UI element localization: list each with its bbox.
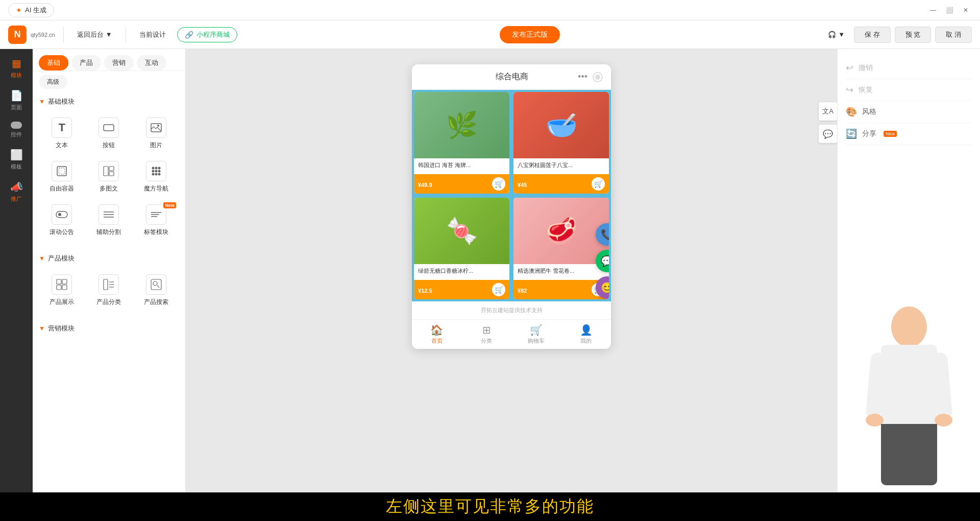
- phone-float-button[interactable]: 📞: [596, 223, 609, 246]
- svg-point-10: [158, 167, 160, 170]
- translate-icon: 文A: [822, 107, 834, 116]
- module-free-container[interactable]: 自由容器: [39, 156, 85, 198]
- tab-interaction[interactable]: 互动: [137, 55, 166, 70]
- minimize-button[interactable]: —: [927, 4, 939, 16]
- module-product-category[interactable]: 产品分类: [86, 269, 132, 312]
- phone-footer-text: 乔拓云建站提供技术支持: [412, 301, 611, 319]
- save-button[interactable]: 保 存: [854, 27, 891, 43]
- person-illustration: [853, 306, 965, 490]
- free-container-label: 自由容器: [50, 184, 74, 193]
- product-card-3[interactable]: 🍬 绿箭无糖口香糖冰柠... ¥12.5 🛒: [414, 198, 509, 299]
- wechat-float-button[interactable]: 💬: [596, 250, 609, 272]
- svg-rect-27: [57, 285, 61, 290]
- preview-button[interactable]: 预 览: [895, 27, 932, 43]
- module-image[interactable]: 图片: [133, 112, 179, 155]
- style-action[interactable]: 🎨 风格: [846, 101, 972, 123]
- publish-button[interactable]: 发布正式版: [500, 26, 560, 43]
- cart-button-2[interactable]: 🛒: [592, 177, 605, 191]
- svg-point-13: [158, 170, 160, 173]
- module-scroll-notice[interactable]: 滚动公告: [39, 199, 85, 242]
- share-action[interactable]: 🔄 分享 New: [846, 123, 972, 145]
- cart-button-3[interactable]: 🛒: [492, 283, 505, 296]
- product-card-2[interactable]: 🥣 八宝粥桂圆莲子八宝... ¥45 🛒: [513, 92, 609, 194]
- headset-button[interactable]: 🎧 ▼: [823, 28, 850, 41]
- undo-action[interactable]: ↩ 撤销: [846, 57, 972, 79]
- multi-text-label: 多图文: [100, 184, 118, 193]
- sidebar-widget-label: 控件: [11, 131, 22, 138]
- person-area: [838, 296, 980, 490]
- toolbar-divider: [63, 27, 64, 42]
- cancel-button[interactable]: 取 消: [935, 27, 972, 43]
- svg-rect-6: [109, 167, 114, 171]
- sidebar-item-module[interactable]: ▦ 模块: [2, 53, 31, 83]
- section-marketing-header[interactable]: ▼ 营销模块: [33, 318, 185, 337]
- product-card-4[interactable]: 🥩 精选澳洲肥牛 雪花卷... ¥82 🛒 📞 💬 😊: [513, 198, 609, 299]
- tab-product[interactable]: 产品: [71, 55, 101, 70]
- sidebar-item-widget[interactable]: 控件: [2, 117, 31, 143]
- module-text[interactable]: T 文本: [39, 112, 85, 155]
- back-button[interactable]: 返回后台 ▼: [72, 27, 117, 42]
- record-icon[interactable]: [593, 72, 603, 82]
- nav-cart[interactable]: 🛒 购物车: [511, 320, 561, 349]
- section-basic-label: 基础模块: [48, 97, 75, 106]
- close-button[interactable]: ✕: [960, 4, 972, 16]
- product-bottom-1: ¥49.9 🛒: [414, 174, 509, 194]
- headset-icon: 🎧: [828, 31, 836, 38]
- product-name-2: 八宝粥桂圆莲子八宝...: [518, 161, 605, 169]
- divider-icon: [99, 204, 119, 225]
- sidebar-item-promote[interactable]: 📣 推广: [2, 177, 31, 207]
- nav-home[interactable]: 🏠 首页: [412, 320, 462, 349]
- module-button[interactable]: 按钮: [86, 112, 132, 155]
- product-bottom-2: ¥45 🛒: [513, 174, 609, 194]
- product-category-label: 产品分类: [96, 298, 121, 306]
- nav-category[interactable]: ⊞ 分类: [462, 320, 512, 349]
- product-info-2: 八宝粥桂圆莲子八宝...: [513, 158, 609, 174]
- logo-area: N qty592.cn: [8, 26, 55, 44]
- tab-basic[interactable]: 基础: [39, 55, 68, 70]
- module-tag[interactable]: New 标签模块: [133, 199, 179, 242]
- title-bar-left: ✦ AI 生成: [8, 3, 54, 17]
- nav-mine[interactable]: 👤 我的: [561, 320, 611, 349]
- section-product-label: 产品模块: [48, 254, 75, 263]
- module-multi-text[interactable]: 多图文: [86, 156, 132, 198]
- section-basic-header[interactable]: ▼ 基础模块: [33, 91, 185, 110]
- svg-rect-0: [104, 125, 114, 131]
- translate-button[interactable]: 文A: [819, 102, 837, 121]
- module-product-show[interactable]: 产品展示: [39, 269, 85, 312]
- product-card-1[interactable]: 🌿 韩国进口 海苔 海牌... ¥49.9 🛒: [414, 92, 509, 194]
- undo-label: 撤销: [859, 63, 873, 73]
- svg-point-16: [158, 173, 160, 176]
- tab-advanced[interactable]: 高级: [39, 75, 67, 89]
- svg-rect-33: [151, 279, 161, 290]
- miniapp-button[interactable]: 🔗 小程序商城: [177, 27, 237, 42]
- tab-marketing[interactable]: 营销: [104, 55, 134, 70]
- product-info-1: 韩国进口 海苔 海牌...: [414, 158, 509, 174]
- canvas-area: 综合电商 ••• 🌿 韩国进口 海苔 海牌... ¥49.9 🛒: [186, 49, 837, 492]
- module-product-search[interactable]: 产品搜索: [133, 269, 179, 312]
- category-icon: ⊞: [482, 324, 491, 336]
- style-label: 风格: [862, 107, 876, 116]
- module-icon: ▦: [12, 57, 21, 69]
- restore-button[interactable]: ⬜: [943, 4, 955, 16]
- svg-point-11: [152, 170, 154, 173]
- chat-button[interactable]: 💬: [819, 125, 837, 143]
- sidebar-item-template[interactable]: ⬜ 模板: [2, 145, 31, 175]
- svg-point-2: [157, 125, 159, 127]
- undo-icon: ↩: [846, 62, 853, 74]
- chevron-down-icon: ▼: [106, 31, 112, 38]
- chevron-down-icon-2: ▼: [838, 31, 845, 38]
- button-icon: [99, 117, 119, 138]
- emoji-float-button[interactable]: 😊: [596, 276, 609, 299]
- share-icon: 🔄: [846, 128, 857, 139]
- sidebar-item-page[interactable]: 📄 页面: [2, 85, 31, 115]
- left-panel: 基础 产品 营销 互动 高级 ▼ 基础模块 T 文本 按钮 图片: [33, 49, 186, 521]
- redo-action[interactable]: ↪ 恢复: [846, 79, 972, 101]
- module-magic-nav[interactable]: 魔方导航: [133, 156, 179, 198]
- section-product-header[interactable]: ▼ 产品模块: [33, 248, 185, 267]
- module-divider[interactable]: 辅助分割: [86, 199, 132, 242]
- product-name-1: 韩国进口 海苔 海牌...: [418, 161, 505, 169]
- share-label: 分享: [862, 129, 876, 138]
- cart-button-1[interactable]: 🛒: [492, 177, 505, 191]
- nav-category-label: 分类: [481, 337, 492, 345]
- more-icon[interactable]: •••: [578, 72, 587, 82]
